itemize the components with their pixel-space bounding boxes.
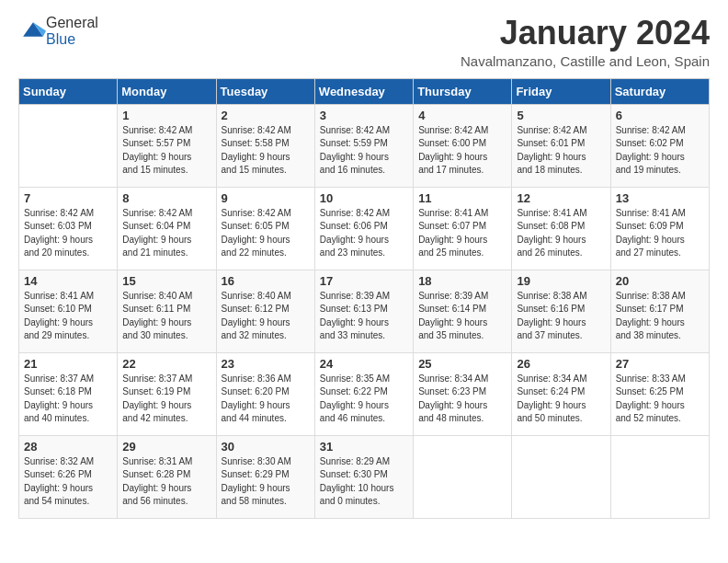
day-number: 12 bbox=[517, 191, 605, 205]
day-number: 13 bbox=[616, 191, 704, 205]
cell-content: Sunrise: 8:42 AM Sunset: 6:03 PM Dayligh… bbox=[24, 207, 112, 260]
calendar-cell: 5Sunrise: 8:42 AM Sunset: 6:01 PM Daylig… bbox=[512, 104, 610, 187]
day-number: 28 bbox=[24, 440, 112, 454]
weekday-header-tuesday: Tuesday bbox=[216, 78, 314, 104]
cell-content: Sunrise: 8:42 AM Sunset: 6:01 PM Dayligh… bbox=[517, 124, 605, 178]
calendar-cell: 6Sunrise: 8:42 AM Sunset: 6:02 PM Daylig… bbox=[610, 104, 709, 187]
cell-content: Sunrise: 8:39 AM Sunset: 6:13 PM Dayligh… bbox=[320, 290, 408, 343]
day-number: 3 bbox=[320, 109, 408, 122]
title-block: January 2024 Navalmanzano, Castille and … bbox=[461, 15, 710, 69]
calendar-cell: 22Sunrise: 8:37 AM Sunset: 6:19 PM Dayli… bbox=[118, 352, 216, 435]
cell-content: Sunrise: 8:34 AM Sunset: 6:23 PM Dayligh… bbox=[418, 373, 506, 426]
calendar-cell bbox=[19, 104, 118, 187]
calendar-cell bbox=[414, 435, 512, 518]
day-number: 9 bbox=[222, 191, 310, 205]
calendar-cell: 16Sunrise: 8:40 AM Sunset: 6:12 PM Dayli… bbox=[216, 270, 314, 352]
calendar-cell: 11Sunrise: 8:41 AM Sunset: 6:07 PM Dayli… bbox=[414, 187, 512, 270]
day-number: 20 bbox=[616, 274, 704, 288]
calendar-cell: 29Sunrise: 8:31 AM Sunset: 6:28 PM Dayli… bbox=[118, 435, 216, 518]
cell-content: Sunrise: 8:40 AM Sunset: 6:11 PM Dayligh… bbox=[122, 290, 210, 343]
cell-content: Sunrise: 8:38 AM Sunset: 6:16 PM Dayligh… bbox=[517, 290, 605, 343]
calendar-cell: 12Sunrise: 8:41 AM Sunset: 6:08 PM Dayli… bbox=[512, 187, 610, 270]
calendar-cell: 17Sunrise: 8:39 AM Sunset: 6:13 PM Dayli… bbox=[314, 270, 413, 352]
cell-content: Sunrise: 8:37 AM Sunset: 6:19 PM Dayligh… bbox=[122, 373, 210, 426]
day-number: 26 bbox=[517, 357, 605, 371]
calendar-cell: 30Sunrise: 8:30 AM Sunset: 6:29 PM Dayli… bbox=[216, 435, 314, 518]
cell-content: Sunrise: 8:35 AM Sunset: 6:22 PM Dayligh… bbox=[320, 373, 408, 426]
cell-content: Sunrise: 8:42 AM Sunset: 6:00 PM Dayligh… bbox=[418, 124, 506, 178]
cell-content: Sunrise: 8:42 AM Sunset: 5:59 PM Dayligh… bbox=[320, 124, 408, 178]
day-number: 15 bbox=[122, 274, 210, 288]
calendar-cell: 14Sunrise: 8:41 AM Sunset: 6:10 PM Dayli… bbox=[19, 270, 118, 352]
day-number: 19 bbox=[517, 274, 605, 288]
day-number: 17 bbox=[320, 274, 408, 288]
location: Navalmanzano, Castille and Leon, Spain bbox=[461, 53, 710, 69]
cell-content: Sunrise: 8:41 AM Sunset: 6:09 PM Dayligh… bbox=[616, 207, 704, 260]
calendar-cell: 4Sunrise: 8:42 AM Sunset: 6:00 PM Daylig… bbox=[414, 104, 512, 187]
cell-content: Sunrise: 8:31 AM Sunset: 6:28 PM Dayligh… bbox=[122, 455, 210, 509]
day-number: 27 bbox=[616, 357, 704, 371]
month-year: January 2024 bbox=[461, 15, 710, 52]
calendar-cell: 8Sunrise: 8:42 AM Sunset: 6:04 PM Daylig… bbox=[118, 187, 216, 270]
cell-content: Sunrise: 8:41 AM Sunset: 6:07 PM Dayligh… bbox=[418, 207, 506, 260]
cell-content: Sunrise: 8:38 AM Sunset: 6:17 PM Dayligh… bbox=[616, 290, 704, 343]
day-number: 21 bbox=[24, 357, 112, 371]
logo-icon bbox=[20, 17, 46, 42]
calendar-cell: 25Sunrise: 8:34 AM Sunset: 6:23 PM Dayli… bbox=[414, 352, 512, 435]
calendar-week-row: 28Sunrise: 8:32 AM Sunset: 6:26 PM Dayli… bbox=[19, 435, 710, 518]
day-number: 22 bbox=[122, 357, 210, 371]
calendar-cell: 15Sunrise: 8:40 AM Sunset: 6:11 PM Dayli… bbox=[118, 270, 216, 352]
cell-content: Sunrise: 8:41 AM Sunset: 6:10 PM Dayligh… bbox=[24, 290, 112, 343]
day-number: 23 bbox=[222, 357, 310, 371]
header: General Blue January 2024 Navalmanzano, … bbox=[18, 15, 710, 69]
calendar-cell: 7Sunrise: 8:42 AM Sunset: 6:03 PM Daylig… bbox=[19, 187, 118, 270]
day-number: 16 bbox=[222, 274, 310, 288]
calendar-cell: 31Sunrise: 8:29 AM Sunset: 6:30 PM Dayli… bbox=[314, 435, 413, 518]
day-number: 31 bbox=[320, 440, 408, 454]
day-number: 18 bbox=[418, 274, 506, 288]
weekday-header-monday: Monday bbox=[118, 78, 216, 104]
calendar-week-row: 7Sunrise: 8:42 AM Sunset: 6:03 PM Daylig… bbox=[19, 187, 710, 270]
calendar-cell: 23Sunrise: 8:36 AM Sunset: 6:20 PM Dayli… bbox=[216, 352, 314, 435]
cell-content: Sunrise: 8:37 AM Sunset: 6:18 PM Dayligh… bbox=[24, 373, 112, 426]
day-number: 6 bbox=[616, 109, 704, 122]
day-number: 29 bbox=[122, 440, 210, 454]
day-number: 30 bbox=[222, 440, 310, 454]
calendar-table: SundayMondayTuesdayWednesdayThursdayFrid… bbox=[18, 78, 710, 519]
cell-content: Sunrise: 8:41 AM Sunset: 6:08 PM Dayligh… bbox=[517, 207, 605, 260]
cell-content: Sunrise: 8:42 AM Sunset: 5:58 PM Dayligh… bbox=[222, 124, 310, 178]
day-number: 7 bbox=[24, 191, 112, 205]
cell-content: Sunrise: 8:29 AM Sunset: 6:30 PM Dayligh… bbox=[320, 455, 408, 509]
calendar-cell: 28Sunrise: 8:32 AM Sunset: 6:26 PM Dayli… bbox=[19, 435, 118, 518]
cell-content: Sunrise: 8:34 AM Sunset: 6:24 PM Dayligh… bbox=[517, 373, 605, 426]
weekday-header-row: SundayMondayTuesdayWednesdayThursdayFrid… bbox=[19, 78, 710, 104]
calendar-cell bbox=[512, 435, 610, 518]
day-number: 4 bbox=[418, 109, 506, 122]
day-number: 14 bbox=[24, 274, 112, 288]
cell-content: Sunrise: 8:30 AM Sunset: 6:29 PM Dayligh… bbox=[222, 455, 310, 509]
cell-content: Sunrise: 8:32 AM Sunset: 6:26 PM Dayligh… bbox=[24, 455, 112, 509]
calendar-cell: 2Sunrise: 8:42 AM Sunset: 5:58 PM Daylig… bbox=[216, 104, 314, 187]
calendar-cell: 9Sunrise: 8:42 AM Sunset: 6:05 PM Daylig… bbox=[216, 187, 314, 270]
day-number: 10 bbox=[320, 191, 408, 205]
calendar-cell: 10Sunrise: 8:42 AM Sunset: 6:06 PM Dayli… bbox=[314, 187, 413, 270]
calendar-week-row: 14Sunrise: 8:41 AM Sunset: 6:10 PM Dayli… bbox=[19, 270, 710, 352]
cell-content: Sunrise: 8:42 AM Sunset: 6:06 PM Dayligh… bbox=[320, 207, 408, 260]
calendar-cell: 24Sunrise: 8:35 AM Sunset: 6:22 PM Dayli… bbox=[314, 352, 413, 435]
day-number: 24 bbox=[320, 357, 408, 371]
calendar-week-row: 1Sunrise: 8:42 AM Sunset: 5:57 PM Daylig… bbox=[19, 104, 710, 187]
weekday-header-wednesday: Wednesday bbox=[314, 78, 413, 104]
weekday-header-friday: Friday bbox=[512, 78, 610, 104]
calendar-cell: 18Sunrise: 8:39 AM Sunset: 6:14 PM Dayli… bbox=[414, 270, 512, 352]
cell-content: Sunrise: 8:33 AM Sunset: 6:25 PM Dayligh… bbox=[616, 373, 704, 426]
weekday-header-sunday: Sunday bbox=[19, 78, 118, 104]
day-number: 8 bbox=[122, 191, 210, 205]
calendar-cell: 19Sunrise: 8:38 AM Sunset: 6:16 PM Dayli… bbox=[512, 270, 610, 352]
day-number: 25 bbox=[418, 357, 506, 371]
cell-content: Sunrise: 8:42 AM Sunset: 6:05 PM Dayligh… bbox=[222, 207, 310, 260]
calendar-week-row: 21Sunrise: 8:37 AM Sunset: 6:18 PM Dayli… bbox=[19, 352, 710, 435]
day-number: 5 bbox=[517, 109, 605, 122]
cell-content: Sunrise: 8:36 AM Sunset: 6:20 PM Dayligh… bbox=[222, 373, 310, 426]
cell-content: Sunrise: 8:42 AM Sunset: 6:02 PM Dayligh… bbox=[616, 124, 704, 178]
logo: General Blue bbox=[18, 15, 98, 48]
